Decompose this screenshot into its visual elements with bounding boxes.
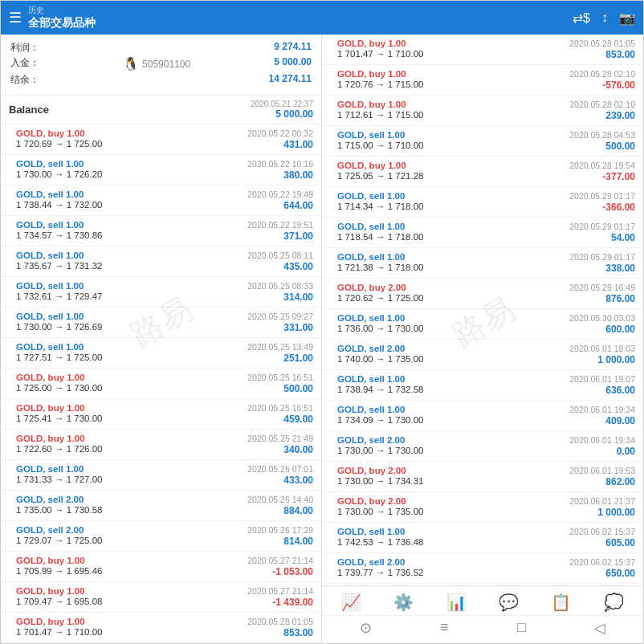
currency-icon[interactable]: ⇄$ — [573, 10, 590, 26]
trade-content: GOLD, sell 1.00 2020.05.25 08:11 1 735.6… — [16, 251, 313, 272]
trade-price-range: 1 738.44 → 1 732.00 — [16, 200, 102, 211]
trend-icon[interactable]: 📊 — [446, 593, 467, 612]
trade-price-range: 1 730.00 → 1 726.20 — [16, 169, 102, 181]
right-trade-list[interactable]: GOLD, buy 1.00 2020.05.28 01:05 1 701.47… — [322, 35, 643, 585]
trade-prices: 1 730.00 → 1 734.31 862.00 — [337, 476, 635, 487]
trade-type: GOLD, buy 2.00 — [337, 496, 406, 506]
trade-content: GOLD, buy 2.00 2020.05.29 16:49 1 720.62… — [337, 283, 635, 304]
trade-prices: 1 738.94 → 1 732.58 636.00 — [337, 385, 635, 396]
trade-type: GOLD, sell 1.00 — [16, 312, 84, 321]
trade-header: GOLD, buy 1.00 2020.05.25 16:51 — [16, 373, 313, 382]
trade-date: 2020.06.02 15:37 — [569, 557, 635, 567]
square-icon[interactable]: □ — [517, 619, 526, 637]
trade-item: GOLD, buy 1.00 2020.05.28 02:10 1 712.61… — [322, 96, 643, 126]
trade-profit: 251.00 — [283, 353, 313, 364]
trade-date: 2020.05.29 16:49 — [569, 283, 635, 292]
trade-prices: 1 715.00 → 1 710.00 500.00 — [337, 141, 635, 152]
chart-icon[interactable]: 📈 — [341, 593, 361, 612]
trade-header: GOLD, sell 1.00 2020.05.25 13:49 — [16, 342, 313, 352]
trade-type: GOLD, sell 1.00 — [16, 342, 84, 352]
sort-icon[interactable]: ↕ — [601, 10, 608, 25]
trade-date: 2020.05.25 16:51 — [247, 373, 313, 382]
trade-content: GOLD, buy 1.00 2020.05.25 16:51 1 725.00… — [16, 373, 313, 394]
trade-type: GOLD, buy 1.00 — [16, 128, 85, 138]
trade-row: GOLD, buy 1.00 2020.05.28 02:10 1 720.76… — [330, 69, 635, 91]
menu-nav-icon[interactable]: ≡ — [440, 619, 449, 637]
trade-profit: 371.00 — [283, 230, 313, 242]
trade-price-range: 1 714.34 → 1 718.00 — [337, 202, 423, 213]
trade-item: GOLD, buy 1.00 2020.05.28 01:05 1 701.47… — [322, 35, 643, 65]
wechat-number: 505901100 — [142, 59, 190, 70]
trade-item: GOLD, sell 1.00 2020.05.30 03:03 1 736.0… — [322, 309, 643, 340]
trade-header: GOLD, sell 1.00 2020.05.29 01:17 — [337, 222, 635, 231]
trade-header: GOLD, sell 2.00 2020.06.02 15:37 — [337, 557, 635, 567]
trade-item: GOLD, sell 2.00 2020.06.01 19:34 1 730.0… — [322, 431, 643, 462]
trade-profit: 380.00 — [283, 169, 313, 181]
list-icon[interactable]: 📋 — [551, 593, 571, 612]
trade-price-range: 1 734.09 → 1 730.00 — [337, 415, 423, 426]
trade-profit: 650.00 — [605, 568, 635, 579]
trade-content: GOLD, sell 2.00 2020.06.02 15:37 1 739.7… — [337, 557, 635, 579]
trade-row: GOLD, buy 2.00 2020.06.01 21:37 1 730.00… — [330, 496, 635, 518]
trade-profit: 1 000.00 — [597, 354, 635, 365]
trade-price-range: 1 735.00 → 1 730.58 — [16, 505, 102, 516]
trade-date: 2020.06.01 19:34 — [569, 435, 635, 445]
trade-type: GOLD, buy 1.00 — [337, 161, 406, 170]
trade-row: GOLD, sell 1.00 2020.05.26 07:01 1 731.3… — [9, 464, 313, 486]
trade-profit: 314.00 — [283, 291, 313, 303]
calendar-icon[interactable]: 📷 — [619, 10, 635, 26]
trade-item: GOLD, buy 1.00 2020.05.25 16:51 1 725.00… — [1, 369, 321, 399]
trade-item: GOLD, buy 1.00 2020.05.27 21:14 1 709.47… — [1, 582, 321, 613]
trade-date: 2020.05.22 19:51 — [247, 220, 313, 230]
trade-type: GOLD, buy 1.00 — [16, 373, 85, 382]
left-trade-list[interactable]: Balance 2020.05.21 22:37 5 000.00 GOLD, … — [1, 96, 321, 643]
trade-type: GOLD, buy 1.00 — [16, 403, 85, 413]
trade-price-range: 1 736.00 → 1 730.00 — [337, 324, 423, 335]
trade-header: GOLD, buy 1.00 2020.05.28 01:05 — [337, 39, 635, 48]
back-icon[interactable]: ◁ — [594, 619, 605, 637]
chat-icon[interactable]: 💭 — [604, 593, 624, 612]
trade-price-range: 1 740.00 → 1 735.00 — [337, 354, 423, 365]
trade-prices: 1 735.00 → 1 730.58 884.00 — [16, 505, 313, 516]
trade-header: GOLD, sell 1.00 2020.05.25 08:33 — [16, 281, 313, 291]
trade-content: GOLD, buy 1.00 2020.05.27 21:14 1 709.47… — [16, 586, 313, 608]
home-icon[interactable]: ⊙ — [360, 619, 372, 637]
settings-icon[interactable]: ⚙️ — [393, 593, 414, 612]
trade-price-range: 1 725.00 → 1 730.00 — [16, 383, 102, 394]
trade-profit: 431.00 — [283, 139, 313, 150]
trade-prices: 1 725.00 → 1 730.00 500.00 — [16, 383, 313, 394]
trade-header: GOLD, sell 2.00 2020.06.01 19:34 — [337, 435, 635, 445]
trade-date: 2020.05.28 02:10 — [569, 69, 635, 79]
trade-content: GOLD, sell 1.00 2020.05.25 08:33 1 732.6… — [16, 281, 313, 303]
trade-item: GOLD, buy 2.00 2020.06.01 21:37 1 730.00… — [322, 492, 643, 523]
menu-icon[interactable]: ☰ — [9, 9, 22, 26]
trade-date: 2020.05.22 19:49 — [247, 190, 313, 199]
trade-prices: 1 718.54 → 1 718.00 54.00 — [337, 232, 635, 243]
trade-prices: 1 735.67 → 1 731.32 435.00 — [16, 261, 313, 272]
trade-price-range: 1 735.67 → 1 731.32 — [16, 261, 102, 272]
trade-content: GOLD, buy 1.00 2020.05.28 19:54 1 725.05… — [337, 161, 635, 182]
trade-price-range: 1 715.00 → 1 710.00 — [337, 141, 423, 152]
trade-date: 2020.05.25 13:49 — [247, 342, 313, 352]
trade-item: GOLD, sell 1.00 2020.05.22 19:49 1 738.4… — [1, 185, 321, 216]
balance-entry-info: 2020.05.21 22:37 5 000.00 — [251, 100, 313, 120]
trade-type: GOLD, sell 1.00 — [337, 527, 405, 536]
trade-header: GOLD, buy 2.00 2020.06.01 19:53 — [337, 466, 635, 475]
trade-content: GOLD, sell 1.00 2020.05.25 13:49 1 727.5… — [16, 342, 313, 364]
trade-profit: 600.00 — [605, 324, 635, 335]
trade-item: GOLD, sell 1.00 2020.05.29 01:17 1 718.5… — [322, 218, 643, 248]
trade-profit: -1 439.00 — [272, 597, 313, 608]
trade-price-range: 1 730.00 → 1 726.69 — [16, 322, 102, 333]
trade-price-range: 1 725.05 → 1 721.28 — [337, 171, 423, 182]
message-icon[interactable]: 💬 — [499, 593, 519, 612]
trade-row: GOLD, sell 1.00 2020.06.02 15:37 1 742.5… — [330, 527, 635, 548]
trade-row: GOLD, sell 1.00 2020.05.25 08:11 1 735.6… — [9, 251, 313, 272]
balance-entry-value: 5 000.00 — [251, 108, 313, 120]
trade-item: GOLD, sell 1.00 2020.05.25 08:33 1 732.6… — [1, 277, 321, 308]
trade-prices: 1 729.07 → 1 725.00 814.00 — [16, 536, 313, 547]
trade-row: GOLD, buy 1.00 2020.05.28 02:10 1 712.61… — [330, 100, 635, 121]
trade-prices: 1 721.38 → 1 718.00 338.00 — [337, 263, 635, 274]
trade-content: GOLD, sell 1.00 2020.05.29 01:17 1 718.5… — [337, 222, 635, 243]
trade-row: GOLD, sell 1.00 2020.05.25 09:27 1 730.0… — [9, 312, 313, 333]
trade-profit: 1 000.00 — [597, 507, 635, 518]
